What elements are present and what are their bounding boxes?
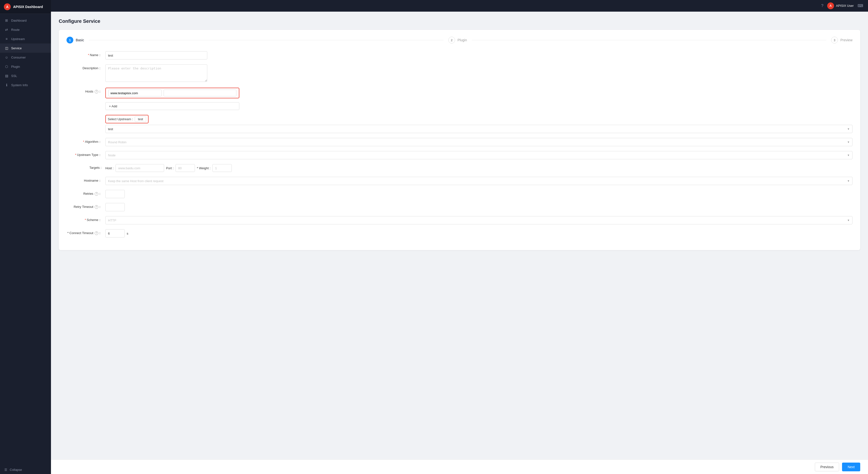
- retry-timeout-info-icon[interactable]: ?: [95, 205, 98, 209]
- page-title: Configure Service: [59, 19, 860, 24]
- upstream-type-dropdown[interactable]: Node ▼: [105, 151, 852, 159]
- chevron-down-icon: ▼: [847, 219, 850, 222]
- consumer-icon: ☺: [4, 55, 9, 59]
- retries-label: Retries ?：: [66, 190, 105, 196]
- form-row-upstream-type: *Upstream Type： Node ▼: [66, 151, 852, 159]
- ssl-icon: ▤: [4, 73, 9, 78]
- hostname-label: Hostname：: [66, 177, 105, 183]
- next-button[interactable]: Next: [842, 463, 860, 471]
- sidebar-item-label: Dashboard: [11, 19, 27, 22]
- sidebar-header: A APISIX Dashboard: [0, 0, 51, 14]
- description-label: Description：: [66, 64, 105, 70]
- sidebar-item-route[interactable]: ⇄ Route: [0, 25, 51, 34]
- configure-service-card: 1 Basic 2 Plugin 3 Preview *Name：: [59, 30, 860, 250]
- user-menu[interactable]: A APISIX User: [827, 2, 854, 9]
- service-icon: ◫: [4, 46, 9, 50]
- scheme-dropdown[interactable]: HTTP ▼: [105, 216, 852, 225]
- main-wrapper: ? A APISIX User ⌨ Configure Service 1 Ba…: [51, 0, 868, 474]
- sidebar-nav: ⊞ Dashboard ⇄ Route ≡ Upstream ◫ Service…: [0, 14, 51, 466]
- sidebar-item-label: Consumer: [11, 56, 26, 59]
- app-logo: A: [4, 3, 11, 10]
- form-row-description: Description：: [66, 64, 852, 83]
- connect-timeout-control: s: [105, 229, 207, 237]
- host-extra-input[interactable]: [164, 90, 237, 96]
- step-preview: 3 Preview: [831, 37, 852, 43]
- scheme-label: *Scheme：: [66, 216, 105, 222]
- targets-control: Host : Port : * Weight :: [105, 164, 852, 172]
- sidebar-item-plugin[interactable]: ⬡ Plugin: [0, 62, 51, 71]
- name-control: [105, 51, 207, 59]
- name-input[interactable]: [105, 51, 207, 59]
- algorithm-dropdown[interactable]: Round Robin ▼: [105, 138, 852, 146]
- sidebar-item-dashboard[interactable]: ⊞ Dashboard: [0, 16, 51, 25]
- hosts-control: + Add: [105, 88, 239, 110]
- add-host-button[interactable]: + Add: [105, 102, 239, 110]
- help-icon[interactable]: ?: [821, 4, 823, 8]
- collapse-icon: ☰: [4, 468, 7, 472]
- form-row-hosts: Hosts ?： + Add: [66, 88, 852, 110]
- step-basic: 1 Basic: [66, 37, 84, 43]
- sidebar-item-service[interactable]: ◫ Service: [0, 43, 51, 53]
- weight-field-label: * Weight :: [197, 166, 211, 170]
- language-icon[interactable]: ⌨: [858, 3, 863, 8]
- form-row-retry-timeout: Retry Timeout ?：: [66, 203, 852, 211]
- chevron-down-icon: ▼: [847, 127, 850, 130]
- bottom-bar: Previous Next: [51, 460, 868, 474]
- upstream-selected-value: test: [108, 127, 113, 131]
- weight-field-input[interactable]: [212, 164, 232, 172]
- algorithm-label: *Algorithm：: [66, 138, 105, 144]
- form-row-hostname: Hostname： Keep the same Host from client…: [66, 177, 852, 185]
- steps-indicator: 1 Basic 2 Plugin 3 Preview: [66, 37, 852, 43]
- retries-input[interactable]: [105, 190, 125, 198]
- sidebar-item-system-info[interactable]: ℹ System Info: [0, 80, 51, 90]
- sidebar-item-ssl[interactable]: ▤ SSL: [0, 71, 51, 80]
- name-label: *Name：: [66, 51, 105, 57]
- sidebar: A APISIX Dashboard ⊞ Dashboard ⇄ Route ≡…: [0, 0, 51, 474]
- scheme-control: HTTP ▼: [105, 216, 852, 225]
- hostname-dropdown[interactable]: Keep the same Host from client request ▼: [105, 177, 852, 185]
- sidebar-item-label: Plugin: [11, 65, 20, 68]
- port-field-input[interactable]: [176, 164, 195, 172]
- form-row-upstream: Select Upstream : test test ▼: [66, 115, 852, 133]
- retry-timeout-control: [105, 203, 207, 211]
- connect-timeout-input[interactable]: [105, 229, 125, 237]
- host-input[interactable]: [108, 90, 162, 96]
- chevron-down-icon: ▼: [847, 179, 850, 182]
- sidebar-item-label: SSL: [11, 74, 17, 78]
- sidebar-item-upstream[interactable]: ≡ Upstream: [0, 34, 51, 43]
- sidebar-item-label: Service: [11, 47, 22, 50]
- topbar: ? A APISIX User ⌨: [51, 0, 868, 12]
- upstream-dropdown[interactable]: test ▼: [105, 125, 852, 133]
- sidebar-collapse[interactable]: ☰ Collapse: [0, 466, 51, 474]
- retry-timeout-input[interactable]: [105, 203, 125, 211]
- form-row-retries: Retries ?：: [66, 190, 852, 198]
- form-row-connect-timeout: * Connect Timeout ?： s: [66, 229, 852, 237]
- targets-label: Targets :: [66, 164, 105, 170]
- app-title: APISIX Dashboard: [13, 5, 43, 9]
- upstream-icon: ≡: [4, 37, 9, 41]
- hosts-info-icon[interactable]: ?: [95, 90, 98, 93]
- page-content: Configure Service 1 Basic 2 Plugin 3 Pre…: [51, 12, 868, 474]
- chevron-down-icon: ▼: [847, 154, 850, 157]
- route-icon: ⇄: [4, 27, 9, 32]
- plugin-icon: ⬡: [4, 64, 9, 69]
- upstream-highlight-box: Select Upstream : test: [105, 115, 149, 123]
- step-label-2: Plugin: [458, 38, 467, 42]
- upstream-value[interactable]: test: [135, 116, 146, 122]
- host-field-input[interactable]: [116, 164, 164, 172]
- description-control: [105, 64, 207, 83]
- retries-info-icon[interactable]: ?: [95, 192, 98, 196]
- sidebar-item-label: Upstream: [11, 37, 25, 41]
- form-row-scheme: *Scheme： HTTP ▼: [66, 216, 852, 225]
- hostname-control: Keep the same Host from client request ▼: [105, 177, 852, 185]
- connect-timeout-info-icon[interactable]: ?: [95, 231, 98, 235]
- step-label-1: Basic: [76, 38, 84, 42]
- system-info-icon: ℹ: [4, 83, 9, 87]
- sidebar-item-consumer[interactable]: ☺ Consumer: [0, 53, 51, 62]
- step-circle-1: 1: [66, 37, 73, 43]
- previous-button[interactable]: Previous: [815, 463, 839, 471]
- connect-timeout-label: * Connect Timeout ?：: [66, 229, 105, 235]
- description-textarea[interactable]: [105, 64, 207, 82]
- algorithm-control: Round Robin ▼: [105, 138, 852, 146]
- form-row-algorithm: *Algorithm： Round Robin ▼: [66, 138, 852, 146]
